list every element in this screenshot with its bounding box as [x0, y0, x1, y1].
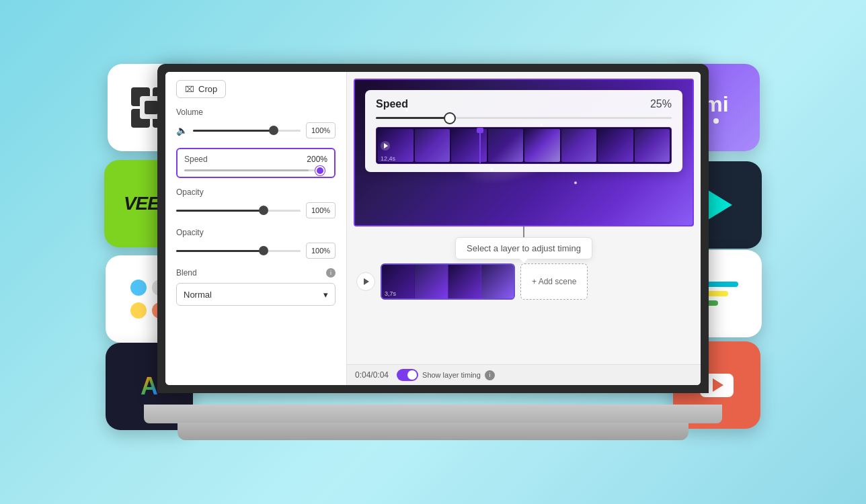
- filmstrip-timestamp: 12,4s: [381, 155, 395, 162]
- opacity1-track[interactable]: [176, 210, 301, 212]
- opacity1-slider-row: 100%: [176, 202, 336, 218]
- speed-track[interactable]: [184, 169, 322, 171]
- speed-card-thumb[interactable]: [444, 112, 456, 124]
- speed-label-row: Speed 200%: [184, 155, 327, 164]
- add-scene-label: + Add scene: [532, 277, 576, 286]
- timing-connector-top: [523, 226, 524, 237]
- blend-section: Blend i Normal ▾: [176, 268, 336, 306]
- add-scene-button[interactable]: + Add scene: [520, 263, 588, 300]
- timing-message: Select a layer to adjust timing: [467, 243, 581, 253]
- speed-label: Speed: [184, 155, 208, 164]
- blend-label-row: Blend i: [176, 268, 336, 278]
- volume-icon: 🔈: [176, 125, 188, 136]
- video-container: Speed 25%: [354, 79, 694, 226]
- speed-card-fill: [376, 117, 450, 119]
- opacity2-fill: [176, 250, 264, 252]
- speed-card-header: Speed 25%: [376, 98, 672, 110]
- opacity1-label: Opacity: [176, 187, 336, 197]
- video-preview-area: Speed 25%: [347, 72, 701, 364]
- opacity2-track[interactable]: [176, 250, 301, 252]
- crop-button[interactable]: ⌧ Crop: [176, 80, 226, 98]
- layer-timing-toggle[interactable]: [397, 369, 418, 381]
- play-triangle: [364, 278, 369, 285]
- speed-slider-row: [184, 169, 327, 171]
- volume-fill: [193, 130, 274, 132]
- opacity2-value: 100%: [306, 243, 336, 259]
- speed-card-slider[interactable]: [376, 117, 672, 119]
- volume-track[interactable]: [193, 130, 301, 132]
- blend-label: Blend: [176, 268, 197, 278]
- laptop-base: [144, 405, 722, 423]
- clip-thumbnail: 3,7s: [382, 265, 514, 298]
- laptop: ⌧ Crop Volume 🔈 100%: [144, 64, 722, 440]
- chevron-down-icon: ▾: [323, 290, 328, 300]
- blend-value: Normal: [184, 290, 212, 300]
- speed-card: Speed 25%: [365, 90, 682, 172]
- filmstrip-play[interactable]: [381, 141, 390, 151]
- speed-value: 200%: [307, 155, 327, 164]
- timeline-play-button[interactable]: [356, 272, 375, 291]
- volume-thumb[interactable]: [269, 126, 278, 135]
- speed-card-filmstrip: 12,4s: [376, 127, 672, 164]
- toggle-knob: [407, 370, 417, 380]
- show-layer-timing-row: Show layer timing i: [397, 369, 495, 381]
- opacity2-thumb[interactable]: [259, 246, 268, 255]
- opacity1-fill: [176, 210, 264, 212]
- time-display: 0:04/0:04: [355, 370, 389, 380]
- speed-fill: [184, 169, 309, 171]
- opacity1-thumb[interactable]: [259, 206, 268, 215]
- timeline-clip[interactable]: 3,7s: [381, 263, 515, 300]
- speed-card-title: Speed: [376, 98, 408, 110]
- laptop-screen: ⌧ Crop Volume 🔈 100%: [165, 72, 701, 385]
- volume-label: Volume: [176, 108, 336, 117]
- speed-section: Speed 200%: [176, 148, 336, 178]
- blend-info-icon: i: [326, 268, 336, 278]
- scene-container: VEED A mi: [0, 0, 866, 504]
- clip-duration: 3,7s: [385, 290, 396, 297]
- opacity1-value: 100%: [306, 202, 336, 218]
- card-playhead: [479, 128, 481, 163]
- left-panel: ⌧ Crop Volume 🔈 100%: [165, 72, 347, 385]
- right-panel: Speed 25%: [347, 72, 701, 385]
- layer-timing-info-icon: i: [485, 370, 495, 380]
- volume-slider-row: 🔈 100%: [176, 122, 336, 138]
- laptop-foot: [178, 423, 688, 440]
- bottom-bar: 0:04/0:04 Show layer timing i: [347, 364, 701, 385]
- speed-card-value: 25%: [650, 98, 672, 110]
- timeline-clips: 3,7s + Add scene: [354, 263, 694, 300]
- volume-value: 100%: [306, 122, 336, 138]
- speed-thumb[interactable]: [315, 166, 325, 175]
- crop-icon: ⌧: [185, 85, 194, 94]
- timing-label: Select a layer to adjust timing: [455, 237, 592, 259]
- timing-tooltip: Select a layer to adjust timing: [354, 226, 694, 259]
- opacity2-slider-row: 100%: [176, 243, 336, 259]
- crop-label: Crop: [198, 84, 217, 94]
- opacity2-label: Opacity: [176, 228, 336, 237]
- laptop-bezel: ⌧ Crop Volume 🔈 100%: [157, 64, 709, 393]
- show-layer-timing-label: Show layer timing: [422, 371, 481, 379]
- blend-select[interactable]: Normal ▾: [176, 283, 336, 306]
